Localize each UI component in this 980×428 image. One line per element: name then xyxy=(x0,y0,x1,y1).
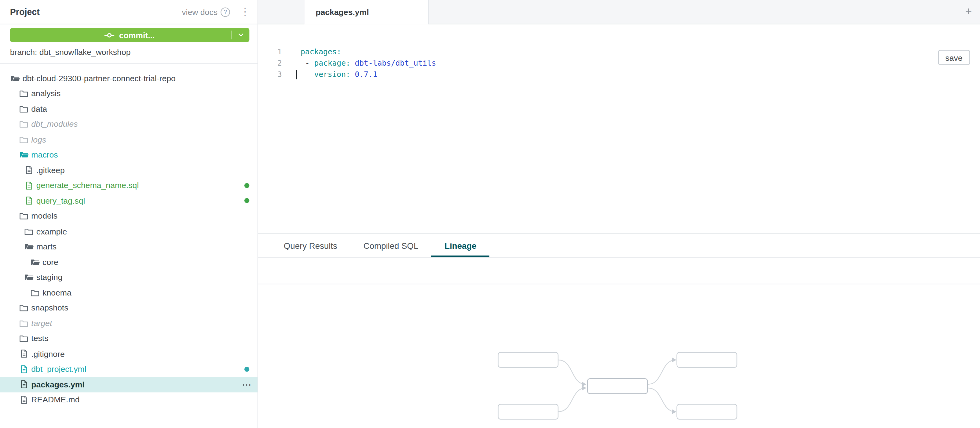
lineage-graph xyxy=(258,284,980,428)
tree-item-label: target xyxy=(31,319,52,328)
view-docs-label: view docs xyxy=(182,7,218,17)
folder-icon xyxy=(19,120,29,128)
code-text: version: 0.7.1 xyxy=(296,69,377,80)
tree-item-packages-yml[interactable]: packages.yml⋯ xyxy=(0,377,258,392)
tree-item-knoema[interactable]: knoema xyxy=(0,285,258,300)
tab-compiled-sql[interactable]: Compiled SQL xyxy=(350,233,432,257)
file-icon xyxy=(24,166,34,174)
folder-open-icon xyxy=(30,258,40,266)
tree-item-gitkeep[interactable]: .gitkeep xyxy=(0,162,258,178)
folder-icon xyxy=(19,304,29,312)
tree-item-label: core xyxy=(43,257,58,267)
commit-button-label: commit... xyxy=(119,30,155,40)
tree-item-dbt-modules[interactable]: dbt_modules xyxy=(0,117,258,132)
editor-tabbar: packages.yml + xyxy=(258,0,980,24)
tree-item-generate-schema-name-sql[interactable]: generate_schema_name.sql xyxy=(0,178,258,193)
kebab-menu-icon[interactable]: ⋮ xyxy=(240,7,250,17)
project-title: Project xyxy=(10,7,40,17)
tab-packages-yml[interactable]: packages.yml xyxy=(304,0,429,24)
tree-item-logs[interactable]: logs xyxy=(0,132,258,147)
lineage-edge xyxy=(558,360,585,384)
file-icon xyxy=(19,380,29,389)
tree-item-label: dbt-cloud-29300-partner-connect-trial-re… xyxy=(22,74,176,83)
modified-indicator-dot xyxy=(244,366,249,371)
tree-item-gitignore[interactable]: .gitignore xyxy=(0,346,258,361)
line-number: 1 xyxy=(258,46,296,57)
lineage-node[interactable] xyxy=(587,379,648,393)
tree-item-core[interactable]: core xyxy=(0,254,258,269)
tree-item-label: example xyxy=(37,227,67,236)
tree-item-label: macros xyxy=(31,150,58,160)
tree-item-label: data xyxy=(31,104,47,114)
commit-button[interactable]: commit... xyxy=(10,28,250,42)
code-content[interactable]: 1packages:2 - package: dbt-labs/dbt_util… xyxy=(258,46,980,80)
tree-item-label: README.md xyxy=(31,395,80,404)
commit-area: commit... xyxy=(0,24,258,42)
folder-icon xyxy=(30,289,40,297)
file-icon xyxy=(24,181,34,190)
tree-item-label: dbt_modules xyxy=(31,119,78,129)
tree-item-label: knoema xyxy=(43,288,72,297)
code-line[interactable]: 1packages: xyxy=(258,46,980,57)
tree-item-label: .gitkeep xyxy=(37,165,65,175)
tab-query-results[interactable]: Query Results xyxy=(270,233,350,257)
tree-item-label: query_tag.sql xyxy=(37,196,85,206)
modified-indicator-dot xyxy=(244,198,249,203)
lineage-node[interactable] xyxy=(498,404,558,419)
tree-item-tests[interactable]: tests xyxy=(0,331,258,346)
chevron-down-icon[interactable] xyxy=(238,33,243,36)
tree-item-example[interactable]: example xyxy=(0,224,258,239)
new-tab-plus-icon[interactable]: + xyxy=(965,5,972,17)
commit-icon xyxy=(105,32,115,38)
file-icon xyxy=(19,350,29,358)
tree-item-data[interactable]: data xyxy=(0,101,258,117)
commit-button-divider xyxy=(231,30,232,40)
branch-label: branch: dbt_snowflake_workshop xyxy=(0,42,258,64)
lineage-node[interactable] xyxy=(498,352,558,367)
row-menu-icon[interactable]: ⋯ xyxy=(242,379,252,390)
tree-item-analysis[interactable]: analysis xyxy=(0,86,258,101)
tree-item-label: logs xyxy=(31,135,46,144)
folder-icon xyxy=(19,89,29,98)
modified-indicator-dot xyxy=(244,183,249,188)
tree-item-staging[interactable]: staging xyxy=(0,269,258,285)
tree-item-label: generate_schema_name.sql xyxy=(37,181,139,190)
editor-pane: packages.yml + save 1packages:2 - packag… xyxy=(258,0,980,428)
lineage-edge xyxy=(648,360,676,384)
tree-item-readme-md[interactable]: README.md xyxy=(0,392,258,407)
line-number: 3 xyxy=(258,69,296,80)
tree-item-target[interactable]: target xyxy=(0,315,258,331)
folder-icon xyxy=(19,136,29,144)
tree-item-marts[interactable]: marts xyxy=(0,239,258,254)
line-number: 2 xyxy=(258,57,296,69)
tree-item-label: dbt_project.yml xyxy=(31,365,86,374)
file-icon xyxy=(24,196,34,205)
lineage-node[interactable] xyxy=(677,352,737,367)
folder-icon xyxy=(24,227,34,235)
code-line[interactable]: 3 version: 0.7.1 xyxy=(258,69,980,80)
folder-open-icon xyxy=(19,151,29,159)
tab-label: packages.yml xyxy=(315,8,369,17)
lineage-edge xyxy=(648,388,676,412)
code-text: - package: dbt-labs/dbt_utils xyxy=(296,57,436,69)
file-tree: dbt-cloud-29300-partner-connect-trial-re… xyxy=(0,64,258,407)
code-line[interactable]: 2 - package: dbt-labs/dbt_utils xyxy=(258,57,980,69)
tree-item-models[interactable]: models xyxy=(0,209,258,224)
lineage-toolbar xyxy=(258,258,980,284)
tree-item-dbt-cloud-29300-partner-connect-trial-repo[interactable]: dbt-cloud-29300-partner-connect-trial-re… xyxy=(0,71,258,86)
folder-open-icon xyxy=(24,273,34,281)
tree-item-label: snapshots xyxy=(31,303,68,312)
tree-item-label: models xyxy=(31,211,57,221)
view-docs-link[interactable]: view docs ? xyxy=(182,7,230,17)
folder-icon xyxy=(19,319,29,327)
tree-item-macros[interactable]: macros xyxy=(0,147,258,162)
tree-item-dbt-project-yml[interactable]: dbt_project.yml xyxy=(0,361,258,377)
sidebar: Project view docs ? ⋮ commit... branch: … xyxy=(0,0,258,428)
bottom-tabbar: Query ResultsCompiled SQLLineage xyxy=(258,233,980,258)
tree-item-snapshots[interactable]: snapshots xyxy=(0,300,258,315)
code-editor[interactable]: save 1packages:2 - package: dbt-labs/dbt… xyxy=(258,46,980,255)
tree-item-query-tag-sql[interactable]: query_tag.sql xyxy=(0,193,258,208)
lineage-node[interactable] xyxy=(677,404,737,419)
tab-lineage[interactable]: Lineage xyxy=(431,233,489,257)
tree-item-label: .gitignore xyxy=(31,349,64,359)
